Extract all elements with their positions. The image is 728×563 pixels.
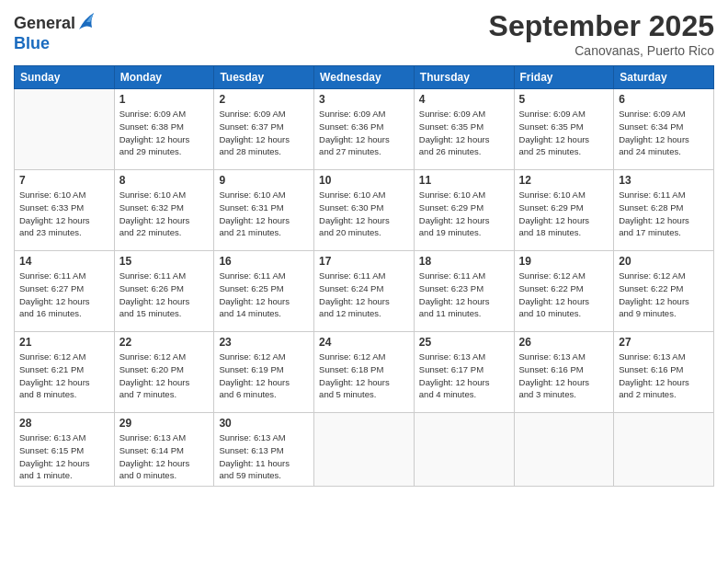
calendar-table: Sunday Monday Tuesday Wednesday Thursday… bbox=[14, 65, 714, 487]
table-row: 8Sunrise: 6:10 AM Sunset: 6:32 PM Daylig… bbox=[114, 170, 214, 251]
day-info: Sunrise: 6:10 AM Sunset: 6:31 PM Dayligh… bbox=[219, 189, 309, 239]
table-row: 12Sunrise: 6:10 AM Sunset: 6:29 PM Dayli… bbox=[514, 170, 614, 251]
day-info: Sunrise: 6:11 AM Sunset: 6:27 PM Dayligh… bbox=[19, 270, 109, 320]
day-number: 22 bbox=[119, 336, 210, 349]
table-row bbox=[314, 413, 415, 487]
day-info: Sunrise: 6:11 AM Sunset: 6:28 PM Dayligh… bbox=[619, 189, 709, 239]
title-block: September 2025 Canovanas, Puerto Rico bbox=[489, 9, 714, 58]
table-row bbox=[414, 413, 514, 487]
day-number: 9 bbox=[219, 174, 309, 187]
table-row: 26Sunrise: 6:13 AM Sunset: 6:16 PM Dayli… bbox=[514, 332, 614, 413]
day-info: Sunrise: 6:12 AM Sunset: 6:21 PM Dayligh… bbox=[19, 350, 109, 401]
table-row: 9Sunrise: 6:10 AM Sunset: 6:31 PM Daylig… bbox=[214, 170, 314, 251]
table-row: 14Sunrise: 6:11 AM Sunset: 6:27 PM Dayli… bbox=[15, 251, 115, 332]
day-number: 14 bbox=[19, 255, 109, 268]
table-row: 10Sunrise: 6:10 AM Sunset: 6:30 PM Dayli… bbox=[314, 170, 415, 251]
table-row: 6Sunrise: 6:09 AM Sunset: 6:34 PM Daylig… bbox=[614, 89, 714, 170]
day-info: Sunrise: 6:13 AM Sunset: 6:17 PM Dayligh… bbox=[419, 350, 509, 401]
day-number: 21 bbox=[19, 336, 109, 349]
table-row: 22Sunrise: 6:12 AM Sunset: 6:20 PM Dayli… bbox=[114, 332, 214, 413]
page: General Blue September 2025 Canovanas, P… bbox=[0, 0, 728, 563]
table-row: 19Sunrise: 6:12 AM Sunset: 6:22 PM Dayli… bbox=[514, 251, 614, 332]
logo-bird-icon bbox=[77, 9, 96, 35]
day-number: 18 bbox=[419, 255, 509, 268]
day-info: Sunrise: 6:13 AM Sunset: 6:14 PM Dayligh… bbox=[119, 431, 210, 482]
month-title: September 2025 bbox=[489, 9, 714, 43]
day-info: Sunrise: 6:12 AM Sunset: 6:18 PM Dayligh… bbox=[319, 350, 409, 401]
day-info: Sunrise: 6:12 AM Sunset: 6:22 PM Dayligh… bbox=[619, 270, 709, 320]
day-number: 30 bbox=[219, 417, 309, 430]
day-number: 8 bbox=[119, 174, 210, 187]
day-number: 28 bbox=[19, 417, 109, 430]
logo-general-text: General bbox=[14, 15, 75, 33]
day-number: 5 bbox=[519, 93, 609, 106]
day-info: Sunrise: 6:11 AM Sunset: 6:24 PM Dayligh… bbox=[319, 270, 409, 320]
table-row: 4Sunrise: 6:09 AM Sunset: 6:35 PM Daylig… bbox=[414, 89, 514, 170]
table-row: 23Sunrise: 6:12 AM Sunset: 6:19 PM Dayli… bbox=[214, 332, 314, 413]
day-number: 13 bbox=[619, 174, 709, 187]
table-row: 11Sunrise: 6:10 AM Sunset: 6:29 PM Dayli… bbox=[414, 170, 514, 251]
day-number: 11 bbox=[419, 174, 509, 187]
col-sunday: Sunday bbox=[15, 66, 115, 89]
day-info: Sunrise: 6:10 AM Sunset: 6:33 PM Dayligh… bbox=[19, 189, 109, 239]
day-info: Sunrise: 6:09 AM Sunset: 6:35 PM Dayligh… bbox=[519, 108, 609, 158]
day-number: 6 bbox=[619, 93, 709, 106]
day-info: Sunrise: 6:09 AM Sunset: 6:35 PM Dayligh… bbox=[419, 108, 509, 158]
day-info: Sunrise: 6:13 AM Sunset: 6:16 PM Dayligh… bbox=[619, 350, 709, 401]
table-row: 13Sunrise: 6:11 AM Sunset: 6:28 PM Dayli… bbox=[614, 170, 714, 251]
col-monday: Monday bbox=[114, 66, 214, 89]
day-number: 4 bbox=[419, 93, 509, 106]
day-number: 2 bbox=[219, 93, 309, 106]
day-info: Sunrise: 6:13 AM Sunset: 6:13 PM Dayligh… bbox=[219, 431, 309, 482]
day-info: Sunrise: 6:10 AM Sunset: 6:30 PM Dayligh… bbox=[319, 189, 409, 239]
day-number: 19 bbox=[519, 255, 609, 268]
table-row: 1Sunrise: 6:09 AM Sunset: 6:38 PM Daylig… bbox=[114, 89, 214, 170]
header: General Blue September 2025 Canovanas, P… bbox=[14, 9, 714, 58]
day-number: 12 bbox=[519, 174, 609, 187]
day-number: 15 bbox=[119, 255, 210, 268]
day-number: 27 bbox=[619, 336, 709, 349]
day-info: Sunrise: 6:11 AM Sunset: 6:23 PM Dayligh… bbox=[419, 270, 509, 320]
day-number: 10 bbox=[319, 174, 409, 187]
col-tuesday: Tuesday bbox=[214, 66, 314, 89]
day-info: Sunrise: 6:13 AM Sunset: 6:16 PM Dayligh… bbox=[519, 350, 609, 401]
day-number: 24 bbox=[319, 336, 409, 349]
table-row: 30Sunrise: 6:13 AM Sunset: 6:13 PM Dayli… bbox=[214, 413, 314, 487]
day-info: Sunrise: 6:12 AM Sunset: 6:22 PM Dayligh… bbox=[519, 270, 609, 320]
day-number: 29 bbox=[119, 417, 210, 430]
table-row bbox=[15, 89, 115, 170]
day-info: Sunrise: 6:13 AM Sunset: 6:15 PM Dayligh… bbox=[19, 431, 109, 482]
day-info: Sunrise: 6:11 AM Sunset: 6:25 PM Dayligh… bbox=[219, 270, 309, 320]
table-row: 17Sunrise: 6:11 AM Sunset: 6:24 PM Dayli… bbox=[314, 251, 415, 332]
day-number: 26 bbox=[519, 336, 609, 349]
day-number: 17 bbox=[319, 255, 409, 268]
day-info: Sunrise: 6:09 AM Sunset: 6:36 PM Dayligh… bbox=[319, 108, 409, 158]
table-row: 3Sunrise: 6:09 AM Sunset: 6:36 PM Daylig… bbox=[314, 89, 415, 170]
day-info: Sunrise: 6:11 AM Sunset: 6:26 PM Dayligh… bbox=[119, 270, 210, 320]
table-row: 16Sunrise: 6:11 AM Sunset: 6:25 PM Dayli… bbox=[214, 251, 314, 332]
table-row bbox=[514, 413, 614, 487]
table-row: 24Sunrise: 6:12 AM Sunset: 6:18 PM Dayli… bbox=[314, 332, 415, 413]
table-row: 21Sunrise: 6:12 AM Sunset: 6:21 PM Dayli… bbox=[15, 332, 115, 413]
day-number: 7 bbox=[19, 174, 109, 187]
table-row: 20Sunrise: 6:12 AM Sunset: 6:22 PM Dayli… bbox=[614, 251, 714, 332]
day-number: 16 bbox=[219, 255, 309, 268]
day-info: Sunrise: 6:10 AM Sunset: 6:29 PM Dayligh… bbox=[419, 189, 509, 239]
day-number: 23 bbox=[219, 336, 309, 349]
table-row: 29Sunrise: 6:13 AM Sunset: 6:14 PM Dayli… bbox=[114, 413, 214, 487]
logo: General Blue bbox=[14, 13, 96, 53]
day-info: Sunrise: 6:12 AM Sunset: 6:20 PM Dayligh… bbox=[119, 350, 210, 401]
table-row: 27Sunrise: 6:13 AM Sunset: 6:16 PM Dayli… bbox=[614, 332, 714, 413]
location: Canovanas, Puerto Rico bbox=[489, 43, 714, 58]
table-row: 5Sunrise: 6:09 AM Sunset: 6:35 PM Daylig… bbox=[514, 89, 614, 170]
day-info: Sunrise: 6:09 AM Sunset: 6:38 PM Dayligh… bbox=[119, 108, 210, 158]
table-row bbox=[614, 413, 714, 487]
day-info: Sunrise: 6:10 AM Sunset: 6:32 PM Dayligh… bbox=[119, 189, 210, 239]
col-friday: Friday bbox=[514, 66, 614, 89]
table-row: 7Sunrise: 6:10 AM Sunset: 6:33 PM Daylig… bbox=[15, 170, 115, 251]
day-number: 3 bbox=[319, 93, 409, 106]
calendar-header-row: Sunday Monday Tuesday Wednesday Thursday… bbox=[15, 66, 714, 89]
day-info: Sunrise: 6:09 AM Sunset: 6:34 PM Dayligh… bbox=[619, 108, 709, 158]
day-info: Sunrise: 6:12 AM Sunset: 6:19 PM Dayligh… bbox=[219, 350, 309, 401]
day-number: 20 bbox=[619, 255, 709, 268]
